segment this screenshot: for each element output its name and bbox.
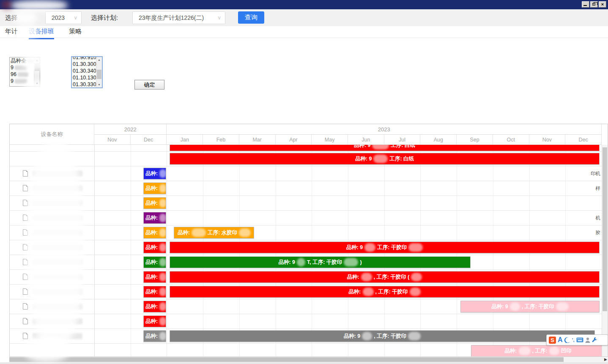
device-name-redacted bbox=[33, 185, 82, 191]
keyboard-icon[interactable] bbox=[576, 337, 583, 342]
tab-策略[interactable]: 策略 bbox=[69, 27, 82, 38]
scroll-down-icon[interactable]: ▼ bbox=[34, 81, 40, 86]
bar-label: 品种: bbox=[145, 200, 158, 207]
redacted-text bbox=[363, 288, 374, 296]
redacted-text bbox=[17, 72, 28, 77]
redacted-text bbox=[159, 317, 166, 326]
list-item[interactable]: 01.30.330 bbox=[73, 81, 96, 88]
redacted-text bbox=[297, 258, 305, 266]
gantt-bar[interactable]: 品种: bbox=[143, 315, 166, 327]
year-dropdown[interactable]: 2023 ∨ bbox=[45, 11, 82, 24]
scrollbar-thumb[interactable] bbox=[9, 357, 564, 362]
month-header: Dec bbox=[565, 135, 602, 145]
device-name-redacted bbox=[33, 304, 82, 310]
variety-listbox-items: 品种全9969 bbox=[11, 57, 33, 84]
gantt-bar[interactable]: 品种: bbox=[143, 168, 166, 179]
variety-listbox-scrollbar[interactable]: ▲ ▼ bbox=[34, 57, 40, 86]
user-icon[interactable] bbox=[585, 337, 590, 343]
variety-listbox[interactable]: 品种全9969 ▲ ▼ bbox=[9, 57, 40, 87]
confirm-button[interactable]: 确定 bbox=[134, 80, 164, 90]
gantt-bar[interactable]: 品种:, 工序: 干胶印 bbox=[170, 286, 600, 298]
sogou-logo[interactable]: S bbox=[549, 337, 556, 344]
close-button[interactable]: × bbox=[599, 1, 606, 8]
gantt-bar[interactable]: 品种: bbox=[143, 212, 166, 224]
tab-设备排班[interactable]: 设备排班 bbox=[29, 27, 54, 39]
redacted-text bbox=[364, 243, 375, 252]
redacted-text bbox=[159, 302, 166, 311]
scrollbar-thumb[interactable] bbox=[35, 63, 39, 71]
device-name-fragment: 印机 bbox=[591, 171, 600, 177]
month-header: Jul bbox=[384, 135, 421, 145]
tab-年计[interactable]: 年计 bbox=[5, 27, 18, 38]
wrench-icon[interactable] bbox=[592, 337, 597, 343]
code-listbox[interactable]: 01.90.91001.30.30001.30.34001.10.13001.3… bbox=[71, 56, 103, 88]
punctuation-icon[interactable]: ’, bbox=[572, 337, 575, 342]
gantt-bar[interactable]: 品种: bbox=[143, 330, 166, 342]
gantt-row: 机品种: bbox=[10, 211, 602, 225]
device-name-fragment: 胶 bbox=[596, 230, 601, 236]
gantt-bar[interactable]: 品种:工序: 水胶印 bbox=[174, 227, 254, 239]
moon-icon[interactable] bbox=[564, 337, 570, 343]
gantt-bar[interactable]: 品种: bbox=[143, 256, 166, 268]
redacted-text bbox=[159, 273, 166, 281]
query-button[interactable]: 查询 bbox=[238, 11, 264, 24]
scroll-up-icon[interactable]: ▲ bbox=[34, 57, 40, 63]
close-icon: × bbox=[599, 2, 606, 7]
scroll-up-icon[interactable]: ▲ bbox=[96, 57, 102, 62]
gantt-bar[interactable]: 品种: bbox=[143, 286, 166, 298]
gantt-bar[interactable]: 品种: bbox=[143, 271, 166, 283]
list-item[interactable]: 01.10.130 bbox=[73, 74, 96, 81]
gantt-bar[interactable]: 品种:, 工序:凹印 bbox=[471, 345, 602, 356]
gantt-body: 品种: 9工序: 白纸品种: 9工序: 白纸印机品种:样品种:品种:机品种:胶品… bbox=[10, 145, 602, 356]
gantt-bar[interactable]: 品种: 9, 工序: 干胶印 bbox=[170, 330, 595, 342]
app-window: { "title_bar": { "buttons": [ {"name": "… bbox=[0, 0, 608, 364]
list-item[interactable]: 01.30.300 bbox=[73, 61, 96, 68]
gantt-bar[interactable]: 品种: 9工序: 干胶印 bbox=[170, 242, 600, 253]
minimize-button[interactable] bbox=[582, 1, 589, 8]
plan-dropdown[interactable]: 23年度生产计划1226(二) ∨ bbox=[132, 11, 225, 24]
gantt-row: 品种: 9工序: 白纸 bbox=[10, 152, 602, 166]
scroll-down-icon[interactable]: ▼ bbox=[96, 82, 102, 87]
vertical-scrollbar[interactable] bbox=[602, 145, 608, 356]
horizontal-scrollbar[interactable]: ▶ bbox=[9, 357, 608, 362]
document-icon bbox=[23, 288, 28, 295]
redacted-text bbox=[344, 258, 358, 266]
gantt-row: 印机品种: bbox=[10, 166, 602, 181]
bar-label: 品种: bbox=[348, 288, 361, 296]
redacted-text bbox=[549, 347, 559, 355]
month-header: Dec bbox=[131, 135, 167, 145]
window-controls: × bbox=[582, 1, 606, 8]
list-item[interactable]: 品种全 bbox=[11, 57, 33, 64]
redacted-text bbox=[27, 59, 34, 63]
gantt-bar[interactable]: 品种: bbox=[143, 182, 166, 194]
list-item[interactable]: 9 bbox=[11, 64, 33, 71]
redacted-text bbox=[159, 184, 166, 193]
gantt-bar[interactable]: 品种: bbox=[143, 197, 166, 209]
list-item[interactable]: 01.30.340 bbox=[73, 68, 96, 74]
gantt-bar[interactable]: 品种: bbox=[143, 301, 166, 312]
gantt-row: 品种:品种: 9, 工序: 干胶印 bbox=[10, 329, 602, 344]
font-style-icon[interactable]: A bbox=[558, 336, 563, 344]
redacted-text bbox=[556, 302, 569, 311]
gantt-bar[interactable]: 品种: 9, 工序: 干胶印 bbox=[460, 301, 600, 312]
list-item[interactable]: 9 bbox=[11, 78, 33, 84]
list-item[interactable]: 96 bbox=[11, 71, 33, 78]
gantt-bar[interactable]: 品种:, 工序: 干胶印 ( bbox=[170, 271, 600, 283]
gantt-bar[interactable]: 品种: bbox=[143, 227, 166, 239]
code-listbox-scrollbar[interactable]: ▲ ▼ bbox=[96, 57, 102, 87]
gantt-bar[interactable]: 品种: 9T, 工序: 干胶印) bbox=[170, 256, 471, 268]
month-header: Jun bbox=[348, 135, 384, 145]
list-item[interactable]: 01.90.910 bbox=[73, 56, 96, 61]
gantt-bar[interactable]: 品种: bbox=[143, 242, 166, 253]
scrollbar-thumb[interactable] bbox=[97, 70, 101, 79]
scrollbar-thumb[interactable] bbox=[603, 147, 607, 311]
restore-button[interactable] bbox=[590, 1, 598, 8]
document-icon bbox=[23, 170, 28, 177]
gantt-bar[interactable]: 品种: 9工序: 白纸 bbox=[170, 153, 600, 165]
gantt-bar[interactable]: 品种: 9工序: 白纸 bbox=[170, 145, 600, 151]
bar-label: 品种: bbox=[178, 229, 190, 236]
bar-label: , 工序: 干胶印 bbox=[522, 303, 554, 310]
bar-label: 品种: 9 bbox=[354, 145, 371, 149]
device-name-redacted bbox=[33, 318, 82, 324]
gantt-row: 样品种: bbox=[10, 181, 602, 196]
